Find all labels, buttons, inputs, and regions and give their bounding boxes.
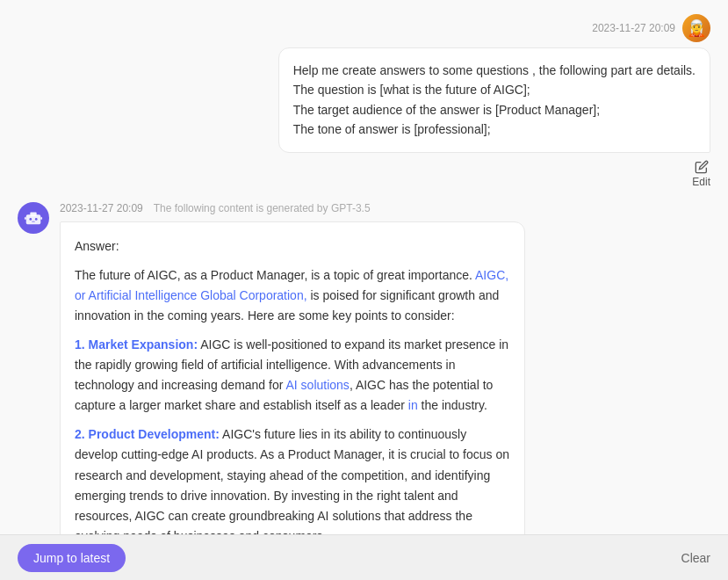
bottom-bar: Jump to latest Clear (0, 534, 728, 580)
user-avatar: 🧝 (682, 14, 710, 42)
user-message-line2: The question is [what is the future of A… (293, 83, 530, 97)
ai-point2-text: AIGC's future lies in its ability to con… (75, 427, 509, 534)
ai-message-wrapper: 2023-11-27 20:09 The following content i… (18, 202, 710, 534)
ai-timestamp: 2023-11-27 20:09 (60, 202, 143, 214)
ai-point1-title: 1. Market Expansion: (75, 337, 198, 352)
svg-rect-5 (25, 217, 26, 220)
edit-button[interactable]: Edit (692, 160, 710, 188)
ai-body-intro-text: The future of AIGC, as a Product Manager… (75, 268, 508, 323)
ai-generated-label: The following content is generated by GP… (154, 202, 371, 214)
user-bubble: Help me create answers to some questions… (278, 47, 710, 153)
user-message-line4: The tone of answer is [professional]; (293, 122, 491, 136)
user-message-line3: The target audience of the answer is [Pr… (293, 103, 600, 117)
user-message-wrapper: 2023-11-27 20:09 🧝 Help me create answer… (18, 14, 710, 188)
answer-title: Answer: (75, 236, 510, 257)
ai-point1: 1. Market Expansion: AIGC is well-positi… (75, 335, 510, 416)
messages-area: 2023-11-27 20:09 🧝 Help me create answer… (0, 0, 728, 534)
edit-label: Edit (692, 176, 710, 188)
ai-message-content: 2023-11-27 20:09 The following content i… (60, 202, 710, 534)
svg-rect-6 (40, 217, 42, 220)
svg-point-2 (29, 218, 32, 221)
ai-point2-title: 2. Product Development: (75, 427, 220, 441)
ai-point2: 2. Product Development: AIGC's future li… (75, 424, 510, 534)
svg-point-3 (35, 218, 38, 221)
ai-body-intro: The future of AIGC, as a Product Manager… (75, 265, 510, 326)
ai-message-meta: 2023-11-27 20:09 The following content i… (60, 202, 710, 214)
user-timestamp: 2023-11-27 20:09 (592, 22, 675, 34)
jump-to-latest-button[interactable]: Jump to latest (18, 544, 126, 572)
svg-rect-1 (30, 212, 36, 216)
chat-container: 2023-11-27 20:09 🧝 Help me create answer… (0, 0, 728, 580)
ai-avatar (18, 202, 49, 234)
clear-button[interactable]: Clear (681, 551, 710, 565)
edit-icon (695, 160, 709, 174)
user-message-meta: 2023-11-27 20:09 🧝 (592, 14, 710, 42)
ai-bubble: Answer: The future of AIGC, as a Product… (60, 221, 525, 534)
user-message-line1: Help me create answers to some questions… (293, 63, 696, 77)
ai-avatar-icon (24, 208, 43, 228)
svg-rect-4 (32, 221, 35, 221)
